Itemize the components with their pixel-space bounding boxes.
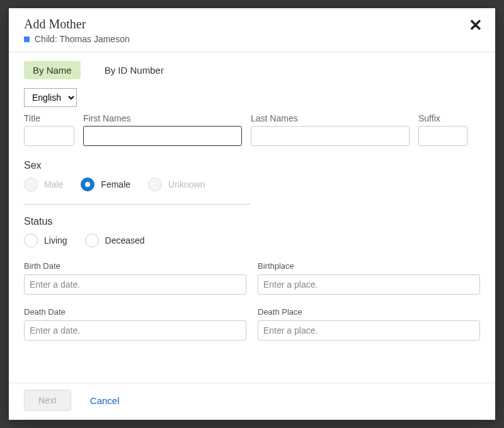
tab-by-id-number[interactable]: By ID Number: [96, 61, 173, 79]
title-field-group: Title: [24, 113, 74, 146]
death-date-group: Death Date: [24, 307, 246, 341]
last-names-label: Last Names: [251, 113, 410, 123]
birthplace-group: Birthplace: [258, 261, 480, 295]
child-label: Child: Thomas Jameson: [35, 34, 130, 44]
birth-row: Birth Date Birthplace: [24, 261, 480, 295]
cancel-button[interactable]: Cancel: [90, 395, 120, 406]
sex-radio-group: Male Female Unknown: [24, 177, 251, 191]
sex-male-option: Male: [24, 177, 63, 191]
radio-icon: [81, 177, 94, 191]
radio-icon: [85, 234, 99, 247]
scroll-spacer: [24, 353, 480, 383]
first-names-field-group: First Names: [83, 113, 242, 146]
add-mother-modal: Add Mother Child: Thomas Jameson ✕ By Na…: [9, 8, 495, 420]
sex-male-label: Male: [44, 179, 63, 189]
modal-body[interactable]: By Name By ID Number English Title First…: [9, 52, 495, 383]
last-names-field-group: Last Names: [251, 113, 410, 146]
status-radio-group: Living Deceased: [24, 234, 480, 247]
status-deceased-option[interactable]: Deceased: [85, 234, 145, 247]
death-row: Death Date Death Place: [24, 307, 480, 341]
status-section-label: Status: [24, 216, 480, 227]
death-date-label: Death Date: [24, 307, 246, 317]
modal-subtitle: Child: Thomas Jameson: [24, 34, 480, 44]
sex-section: Sex Male Female Unknown: [24, 160, 251, 205]
language-select[interactable]: English: [24, 88, 77, 107]
sex-female-label: Female: [101, 179, 130, 189]
modal-title: Add Mother: [24, 17, 480, 31]
birth-date-input[interactable]: [24, 274, 246, 295]
radio-dot-icon: [85, 182, 90, 187]
death-place-label: Death Place: [258, 307, 480, 317]
first-names-label: First Names: [83, 113, 242, 123]
birthplace-label: Birthplace: [258, 261, 480, 271]
title-label: Title: [24, 113, 74, 123]
radio-icon: [148, 177, 162, 191]
close-button[interactable]: ✕: [469, 17, 483, 33]
sex-section-label: Sex: [24, 160, 251, 171]
suffix-label: Suffix: [418, 113, 467, 123]
birth-date-label: Birth Date: [24, 261, 246, 271]
title-input[interactable]: [24, 126, 74, 146]
status-living-label: Living: [44, 235, 67, 245]
sex-unknown-label: Unknown: [168, 179, 205, 189]
status-section: Status Living Deceased: [24, 216, 480, 247]
sex-unknown-option: Unknown: [148, 177, 205, 191]
death-date-input[interactable]: [24, 320, 246, 341]
radio-icon: [24, 234, 38, 247]
name-fields-row: Title First Names Last Names Suffix: [24, 113, 480, 146]
modal-footer: Next Cancel: [9, 383, 495, 420]
last-names-input[interactable]: [251, 126, 410, 146]
child-marker-icon: [24, 37, 30, 42]
birthplace-input[interactable]: [258, 274, 480, 295]
suffix-input[interactable]: [418, 126, 467, 146]
birth-date-group: Birth Date: [24, 261, 246, 295]
death-place-input[interactable]: [258, 320, 480, 341]
tab-by-name[interactable]: By Name: [24, 61, 81, 79]
sex-female-option[interactable]: Female: [81, 177, 130, 191]
first-names-input[interactable]: [83, 126, 242, 146]
modal-header: Add Mother Child: Thomas Jameson ✕: [9, 8, 495, 52]
status-deceased-label: Deceased: [105, 235, 145, 245]
search-mode-tabs: By Name By ID Number: [24, 61, 480, 79]
radio-icon: [24, 177, 38, 191]
close-icon: ✕: [469, 16, 483, 35]
status-living-option[interactable]: Living: [24, 234, 67, 247]
death-place-group: Death Place: [258, 307, 480, 341]
next-button[interactable]: Next: [24, 390, 71, 411]
suffix-field-group: Suffix: [418, 113, 467, 146]
